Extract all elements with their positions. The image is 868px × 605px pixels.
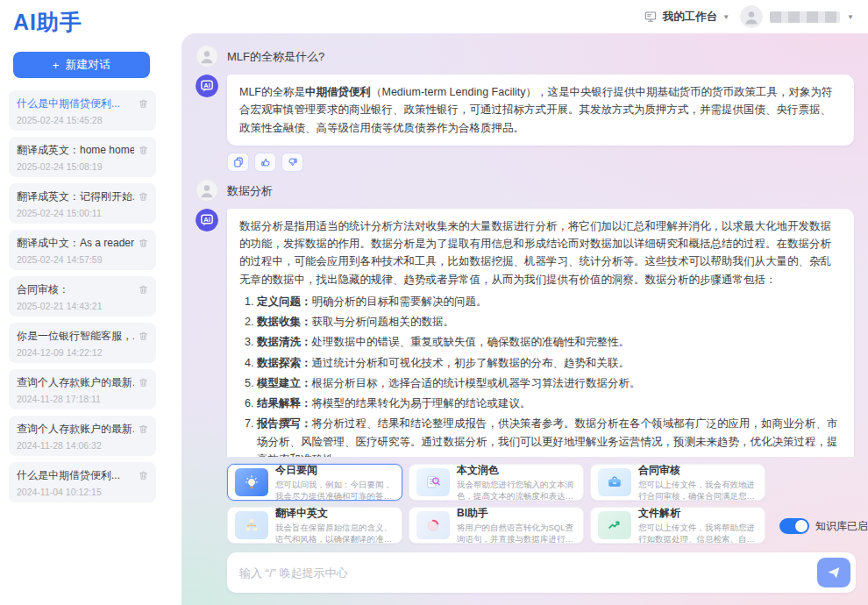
analysis-step: 结果解释：将模型的结果转化为易于理解的结论或建议。 [257, 395, 842, 412]
trash-icon[interactable] [138, 98, 149, 110]
conversation-item-header: 什么是中期借贷便利... [17, 468, 149, 483]
feature-card-title: 文件解析 [638, 506, 758, 521]
conversation-item-header: 合同审核： [17, 282, 149, 297]
message-input-bar [227, 552, 856, 593]
feature-card-body: 今日要闻 您可以问我，例如：今日要闻，我会尽力提供准确和可靠的答案。 [275, 463, 395, 502]
ai-message-row: AI 数据分析是指用适当的统计分析方法对收集来的大量数据进行分析，将它们加以汇总… [196, 209, 856, 457]
conversation-title: 什么是中期借贷便利... [17, 96, 134, 111]
conversation-time: 2025-02-24 15:08:19 [17, 161, 149, 172]
feature-card-desc: 您可以上传文件，我会有效地进行合同审核，确保合同满足您的业务需求。 [638, 480, 758, 502]
trash-icon[interactable] [138, 191, 149, 203]
trash-icon[interactable] [138, 377, 149, 388]
conversation-title: 翻译成英文：记得刚开始... [17, 189, 134, 204]
conversation-item-header: 翻译成中文：As a reader... [17, 236, 149, 251]
feature-card[interactable]: 文件解析 您可以上传文件，我将帮助您进行如数据处理、信息检索、自动化办公等。 [590, 507, 765, 544]
plus-icon: + [53, 59, 60, 72]
user-avatar [196, 179, 218, 202]
feature-card-icon [235, 511, 268, 539]
trash-icon[interactable] [138, 145, 149, 156]
ai-text: MLF的全称是 [239, 86, 305, 98]
new-chat-button[interactable]: + 新建对话 [13, 52, 150, 78]
thumbs-up-button[interactable] [254, 153, 276, 172]
step-text: 将模型的结果转化为易于理解的结论或建议。 [312, 397, 531, 409]
send-button[interactable] [817, 558, 850, 587]
workspace-menu[interactable]: 我的工作台 ▼ [644, 10, 729, 25]
conversation-title: 什么是中期借贷便利... [17, 468, 134, 483]
conversation-item-header: 查询个人存款账户的最新... [17, 375, 149, 390]
conversation-item-header: 什么是中期借贷便利... [17, 96, 149, 111]
feature-card[interactable]: BI助手 将用户的自然语言转化为SQL查询语句，并直接与数据库进行交互，返回智能… [409, 507, 584, 544]
thumbs-up-icon [260, 156, 272, 168]
trash-icon[interactable] [138, 424, 149, 435]
feature-card-desc: 我会旨在保留原始信息的含义、语气和风格，以确保翻译的准确性和自然流畅。 [275, 523, 395, 545]
app-logo: AI助手 [0, 0, 163, 37]
analysis-step: 数据探索：通过统计分析和可视化技术，初步了解数据的分布、趋势和关联。 [257, 354, 842, 372]
step-text: 通过统计分析和可视化技术，初步了解数据的分布、趋势和关联。 [312, 357, 630, 369]
feature-card[interactable]: 翻译中英文 我会旨在保留原始信息的含义、语气和风格，以确保翻译的准确性和自然流畅… [227, 507, 402, 544]
feature-card-icon [416, 511, 450, 539]
step-text: 处理数据中的错误、重复或缺失值，确保数据的准确性和完整性。 [312, 336, 630, 348]
feature-card-body: 翻译中英文 我会旨在保留原始信息的含义、语气和风格，以确保翻译的准确性和自然流畅… [275, 506, 395, 545]
step-label: 模型建立： [257, 377, 312, 389]
feature-card-icon [598, 511, 631, 539]
chevron-down-icon: ▼ [847, 13, 854, 21]
conversation-time: 2025-02-21 14:43:21 [17, 301, 149, 311]
feature-card-title: 今日要闻 [275, 463, 395, 478]
feature-card-title: 翻译中英文 [275, 506, 395, 521]
knowledge-base-toggle[interactable] [779, 518, 809, 534]
conversation-item[interactable]: 什么是中期借贷便利... 2024-11-04 10:12:15 [9, 462, 156, 502]
conversation-item-header: 你是一位银行智能客服，... [17, 329, 149, 344]
thumbs-down-button[interactable] [281, 153, 303, 172]
chat-panel: MLF的全称是什么? AI MLF的全称是中期借贷便利（Medium-term … [181, 33, 868, 605]
conversation-item[interactable]: 合同审核： 2025-02-21 14:43:21 [9, 276, 156, 317]
user-avatar [740, 5, 763, 28]
conversation-item[interactable]: 查询个人存款账户的最新... 2024-11-28 17:18:11 [9, 369, 156, 409]
feature-card-icon [598, 468, 631, 496]
feature-card-title: 合同审核 [638, 463, 758, 478]
top-bar: 我的工作台 ▼ ▼ [163, 0, 868, 33]
conversation-item[interactable]: 查询个人存款账户的最新... 2024-11-28 14:06:32 [9, 416, 156, 456]
conversation-item[interactable]: 什么是中期借贷便利... 2025-02-24 15:45:28 [9, 90, 156, 131]
chevron-down-icon: ▼ [722, 13, 729, 21]
feature-cards-grid: 今日要闻 您可以问我，例如：今日要闻，我会尽力提供准确和可靠的答案。 本文润色 … [227, 464, 765, 544]
ai-avatar-label: AI [203, 82, 210, 89]
conversation-title: 合同审核： [17, 282, 134, 297]
feature-card[interactable]: 合同审核 您可以上传文件，我会有效地进行合同审核，确保合同满足您的业务需求。 [590, 464, 765, 501]
ai-message-bubble: 数据分析是指用适当的统计分析方法对收集来的大量数据进行分析，将它们加以汇总和理解… [227, 209, 854, 457]
conversation-item[interactable]: 翻译成中文：As a reader... 2025-02-24 14:57:59 [9, 230, 156, 270]
trash-icon[interactable] [138, 331, 149, 342]
user-name-redacted [770, 11, 840, 23]
analysis-step: 模型建立：根据分析目标，选择合适的统计模型或机器学习算法进行数据分析。 [257, 374, 842, 392]
conversation-item[interactable]: 翻译成英文：home home 2025-02-24 15:08:19 [9, 137, 156, 177]
feature-card-desc: 我会帮助您进行您输入的文本润色，提高文本的流畅度和表达效果。 [457, 480, 576, 502]
feature-card[interactable]: 本文润色 我会帮助您进行您输入的文本润色，提高文本的流畅度和表达效果。 [409, 464, 584, 501]
ai-avatar: AI [196, 75, 218, 97]
conversation-time: 2024-12-09 14:22:12 [17, 347, 149, 358]
step-text: 根据分析目标，选择合适的统计模型或机器学习算法进行数据分析。 [312, 377, 641, 389]
step-label: 数据收集： [257, 316, 312, 328]
conversation-title: 查询个人存款账户的最新... [17, 375, 134, 390]
feature-card-icon [235, 468, 268, 496]
copy-button[interactable] [227, 153, 249, 172]
conversation-item[interactable]: 你是一位银行智能客服，... 2024-12-09 14:22:12 [9, 323, 156, 363]
trash-icon[interactable] [138, 284, 149, 295]
user-menu[interactable]: ▼ [740, 5, 854, 28]
feature-card-desc: 您可以问我，例如：今日要闻，我会尽力提供准确和可靠的答案。 [275, 480, 395, 502]
feature-card-desc: 将用户的自然语言转化为SQL查询语句，并直接与数据库进行交互，返回智能推荐的图表… [457, 523, 576, 545]
user-message-row: MLF的全称是什么? [196, 45, 856, 68]
ai-message-row: AI MLF的全称是中期借贷便利（Medium-term Lending Fac… [196, 75, 856, 146]
conversation-time: 2024-11-04 10:12:15 [17, 487, 149, 497]
message-input[interactable] [239, 566, 817, 580]
analysis-step: 数据清洗：处理数据中的错误、重复或缺失值，确保数据的准确性和完整性。 [257, 333, 842, 351]
conversation-item[interactable]: 翻译成英文：记得刚开始... 2025-02-24 15:00:11 [9, 183, 156, 224]
feature-card-title: BI助手 [457, 506, 576, 521]
knowledge-base-label: 知识库已启用 [815, 519, 868, 534]
user-avatar [196, 45, 218, 68]
step-text: 获取与分析问题相关的数据。 [312, 316, 455, 328]
knowledge-base-toggle-group: 知识库已启用 [779, 518, 868, 544]
trash-icon[interactable] [138, 238, 149, 249]
feature-card-body: BI助手 将用户的自然语言转化为SQL查询语句，并直接与数据库进行交互，返回智能… [457, 506, 576, 545]
step-label: 结果解释： [257, 397, 312, 409]
feature-card[interactable]: 今日要闻 您可以问我，例如：今日要闻，我会尽力提供准确和可靠的答案。 [227, 464, 402, 501]
trash-icon[interactable] [138, 470, 149, 481]
